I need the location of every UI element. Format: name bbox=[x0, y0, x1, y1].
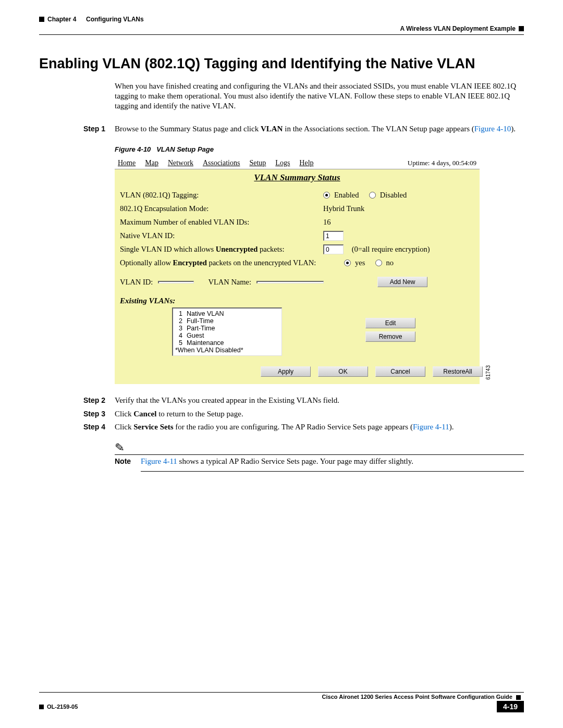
step-row: Step 3 Click Cancel to return to the Set… bbox=[83, 409, 524, 419]
single-label: Single VLAN ID which allows Unencrypted … bbox=[120, 245, 323, 254]
note-body: Figure 4-11 shows a typical AP Radio Ser… bbox=[141, 454, 524, 472]
nav-map[interactable]: Map bbox=[145, 159, 158, 167]
list-item: 3Part-Time bbox=[175, 325, 279, 332]
header-square-icon bbox=[39, 17, 44, 22]
native-label: Native VLAN ID: bbox=[120, 231, 323, 240]
intro-paragraph: When you have finished creating and conf… bbox=[115, 81, 524, 112]
panel-title: VLAN Summary Status bbox=[115, 169, 480, 188]
figure-id: 61743 bbox=[485, 365, 491, 380]
figure-link[interactable]: Figure 4-10 bbox=[474, 125, 511, 133]
step-row: Step 4 Click Service Sets for the radio … bbox=[83, 422, 524, 433]
nav-bar: Home Map Network Associations Setup Logs… bbox=[115, 157, 480, 169]
encap-value: Hybrid Trunk bbox=[323, 204, 364, 213]
footer-square-icon bbox=[39, 705, 44, 709]
footer-doc-id: OL-2159-05 bbox=[47, 704, 78, 710]
chapter-title: Configuring VLANs bbox=[86, 16, 144, 23]
radio-disabled[interactable] bbox=[369, 192, 376, 199]
apply-button[interactable]: Apply bbox=[261, 366, 311, 377]
step-body: Verify that the VLANs you created appear… bbox=[115, 396, 524, 406]
radio-yes[interactable] bbox=[344, 260, 351, 266]
nav-logs[interactable]: Logs bbox=[275, 159, 290, 167]
step-label: Step 4 bbox=[83, 422, 115, 433]
list-item: 2Full-Time bbox=[175, 317, 279, 325]
section-header-right: A Wireless VLAN Deployment Example bbox=[400, 25, 516, 32]
step-body: Browse to the Summary Status page and cl… bbox=[115, 124, 524, 134]
existing-vlans-listbox[interactable]: 1Native VLAN 2Full-Time 3Part-Time 4Gues… bbox=[172, 307, 282, 356]
page-number: 4-19 bbox=[497, 701, 524, 712]
encap-label: 802.1Q Encapsulation Mode: bbox=[120, 204, 323, 213]
vlan-id-input[interactable] bbox=[158, 281, 194, 283]
step-row: Step 2 Verify that the VLANs you created… bbox=[83, 396, 524, 406]
figure-caption: Figure 4-10 VLAN Setup Page bbox=[115, 145, 524, 153]
header-rule bbox=[39, 34, 524, 35]
step-body: Click Service Sets for the radio you are… bbox=[115, 422, 524, 433]
step-row: Step 1 Browse to the Summary Status page… bbox=[83, 124, 524, 134]
native-vlan-input[interactable]: 1 bbox=[323, 231, 344, 241]
restore-all-button[interactable]: RestoreAll bbox=[433, 366, 483, 377]
edit-button[interactable]: Edit bbox=[365, 318, 415, 328]
pencil-icon: ✎ bbox=[114, 440, 125, 454]
max-label: Maximum Number of enabled VLAN IDs: bbox=[120, 218, 323, 227]
header-square-icon bbox=[519, 26, 524, 31]
unencrypted-hint: (0=all require encryption) bbox=[352, 245, 430, 254]
nav-network[interactable]: Network bbox=[168, 159, 193, 167]
radio-no[interactable] bbox=[375, 260, 382, 266]
figure-vlan-setup: Home Map Network Associations Setup Logs… bbox=[115, 157, 480, 384]
list-item: *When VLAN Disabled* bbox=[175, 347, 279, 354]
step-label: Step 1 bbox=[83, 124, 115, 134]
uptime-text: Uptime: 4 days, 00:54:09 bbox=[408, 159, 476, 167]
list-item: 5Maintenance bbox=[175, 339, 279, 347]
opt-label: Optionally allow Encrypted packets on th… bbox=[120, 258, 344, 267]
unencrypted-vlan-input[interactable]: 0 bbox=[323, 244, 344, 254]
footer-square-icon bbox=[516, 695, 521, 700]
vlan-name-label: VLAN Name: bbox=[208, 278, 251, 287]
section-heading: Enabling VLAN (802.1Q) Tagging and Ident… bbox=[39, 56, 524, 72]
step-label: Step 2 bbox=[83, 396, 115, 406]
remove-button[interactable]: Remove bbox=[365, 331, 415, 342]
add-new-button[interactable]: Add New bbox=[377, 277, 427, 287]
figure-link[interactable]: Figure 4-11 bbox=[141, 457, 177, 465]
nav-setup[interactable]: Setup bbox=[249, 159, 266, 167]
chapter-number: Chapter 4 bbox=[47, 16, 76, 23]
nav-associations[interactable]: Associations bbox=[203, 159, 240, 167]
ok-button[interactable]: OK bbox=[318, 366, 368, 377]
step-label: Step 3 bbox=[83, 409, 115, 419]
vlan-name-input[interactable] bbox=[256, 281, 324, 283]
list-item: 1Native VLAN bbox=[175, 310, 279, 317]
nav-help[interactable]: Help bbox=[299, 159, 313, 167]
tagging-label: VLAN (802.1Q) Tagging: bbox=[120, 191, 323, 200]
figure-link[interactable]: Figure 4-11 bbox=[413, 423, 449, 431]
step-body: Click Cancel to return to the Setup page… bbox=[115, 409, 524, 419]
existing-vlans-title: Existing VLANs: bbox=[115, 289, 480, 307]
radio-enabled[interactable] bbox=[323, 192, 330, 199]
vlan-id-label: VLAN ID: bbox=[120, 278, 153, 287]
running-header: Chapter 4 Configuring VLANs bbox=[39, 16, 524, 23]
note-label: Note bbox=[115, 454, 141, 472]
page-footer: Cisco Aironet 1200 Series Access Point S… bbox=[39, 692, 524, 712]
cancel-button[interactable]: Cancel bbox=[375, 366, 425, 377]
max-value: 16 bbox=[323, 218, 331, 227]
nav-home[interactable]: Home bbox=[118, 159, 136, 167]
list-item: 4Guest bbox=[175, 332, 279, 339]
footer-guide-title: Cisco Aironet 1200 Series Access Point S… bbox=[322, 694, 512, 700]
